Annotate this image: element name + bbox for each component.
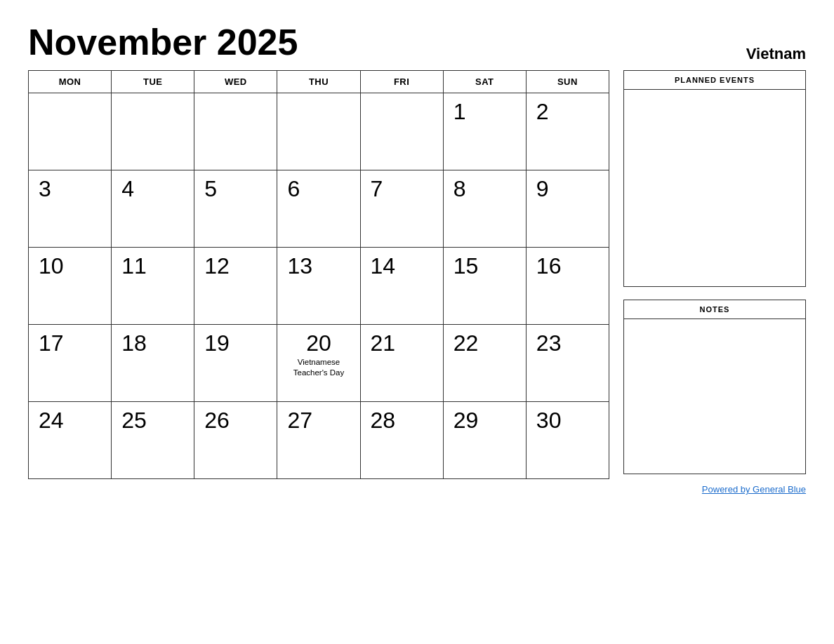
day-number: 17	[39, 332, 101, 354]
day-of-week-header: FRI	[360, 71, 443, 93]
day-event-label: Vietnamese Teacher's Day	[287, 357, 350, 378]
day-number: 29	[454, 409, 516, 431]
day-number: 13	[287, 255, 350, 277]
calendar-cell: 18	[112, 325, 194, 402]
calendar-cell	[29, 93, 112, 170]
day-number: 24	[39, 409, 101, 431]
calendar-cell: 16	[526, 248, 609, 325]
day-number: 7	[371, 177, 433, 200]
right-section: PLANNED EVENTS NOTES Powered by General …	[623, 70, 806, 495]
day-number: 18	[121, 332, 184, 354]
day-number: 4	[121, 177, 184, 200]
day-of-week-header: MON	[29, 71, 112, 93]
powered-by-link[interactable]: Powered by General Blue	[702, 484, 806, 495]
day-number: 25	[121, 409, 184, 431]
calendar-cell	[360, 93, 443, 170]
calendar-cell: 10	[29, 248, 112, 325]
calendar-cell: 9	[526, 170, 609, 248]
main-layout: MONTUEWEDTHUFRISATSUN 123456789101112131…	[28, 70, 806, 495]
calendar-cell: 26	[194, 402, 277, 479]
day-number: 21	[371, 332, 433, 354]
calendar-cell	[194, 93, 277, 170]
day-of-week-header: TUE	[112, 71, 194, 93]
calendar-cell: 3	[29, 170, 112, 248]
day-number: 14	[371, 255, 433, 277]
day-number: 20	[287, 332, 350, 354]
day-of-week-header: WED	[194, 71, 277, 93]
day-number: 23	[536, 332, 599, 354]
day-number: 16	[536, 255, 599, 277]
calendar-cell: 17	[29, 325, 112, 402]
calendar-cell: 12	[194, 248, 277, 325]
country-title: Vietnam	[746, 45, 806, 63]
calendar-cell	[277, 93, 360, 170]
page-header: November 2025 Vietnam	[28, 21, 806, 63]
calendar-cell: 22	[443, 325, 526, 402]
day-of-week-header: THU	[277, 71, 360, 93]
day-number: 27	[287, 409, 350, 431]
planned-events-body	[624, 90, 805, 286]
day-number: 12	[204, 255, 267, 277]
day-number: 3	[39, 177, 101, 200]
calendar-cell: 27	[277, 402, 360, 479]
day-number: 8	[454, 177, 516, 200]
calendar-cell: 14	[360, 248, 443, 325]
day-number: 15	[454, 255, 516, 277]
day-number: 11	[121, 255, 184, 277]
calendar-cell: 21	[360, 325, 443, 402]
calendar-cell: 13	[277, 248, 360, 325]
calendar-table: MONTUEWEDTHUFRISATSUN 123456789101112131…	[28, 70, 609, 479]
day-number: 9	[536, 177, 599, 200]
day-number: 30	[536, 409, 599, 431]
calendar-cell: 23	[526, 325, 609, 402]
powered-by: Powered by General Blue	[623, 484, 806, 495]
calendar-cell: 30	[526, 402, 609, 479]
notes-box: NOTES	[623, 300, 806, 474]
day-number: 10	[39, 255, 101, 277]
month-title: November 2025	[28, 21, 298, 63]
planned-events-box: PLANNED EVENTS	[623, 70, 806, 287]
day-number: 2	[536, 100, 599, 123]
day-number: 26	[204, 409, 267, 431]
calendar-cell: 1	[443, 93, 526, 170]
day-number: 1	[454, 100, 516, 123]
calendar-cell: 25	[112, 402, 194, 479]
calendar-cell: 5	[194, 170, 277, 248]
notes-body	[624, 319, 805, 474]
day-number: 19	[204, 332, 267, 354]
calendar-cell: 4	[112, 170, 194, 248]
day-of-week-header: SAT	[443, 71, 526, 93]
day-of-week-header: SUN	[526, 71, 609, 93]
day-number: 28	[371, 409, 433, 431]
notes-header: NOTES	[624, 300, 805, 319]
planned-events-header: PLANNED EVENTS	[624, 71, 805, 90]
calendar-cell: 20Vietnamese Teacher's Day	[277, 325, 360, 402]
calendar-cell: 7	[360, 170, 443, 248]
calendar-cell: 15	[443, 248, 526, 325]
calendar-cell: 19	[194, 325, 277, 402]
calendar-cell: 29	[443, 402, 526, 479]
calendar-cell: 6	[277, 170, 360, 248]
calendar-cell: 24	[29, 402, 112, 479]
day-number: 5	[204, 177, 267, 200]
day-number: 6	[287, 177, 350, 200]
calendar-cell: 8	[443, 170, 526, 248]
day-number: 22	[454, 332, 516, 354]
calendar-section: MONTUEWEDTHUFRISATSUN 123456789101112131…	[28, 70, 609, 479]
calendar-cell: 28	[360, 402, 443, 479]
calendar-cell: 2	[526, 93, 609, 170]
calendar-cell	[112, 93, 194, 170]
calendar-cell: 11	[112, 248, 194, 325]
